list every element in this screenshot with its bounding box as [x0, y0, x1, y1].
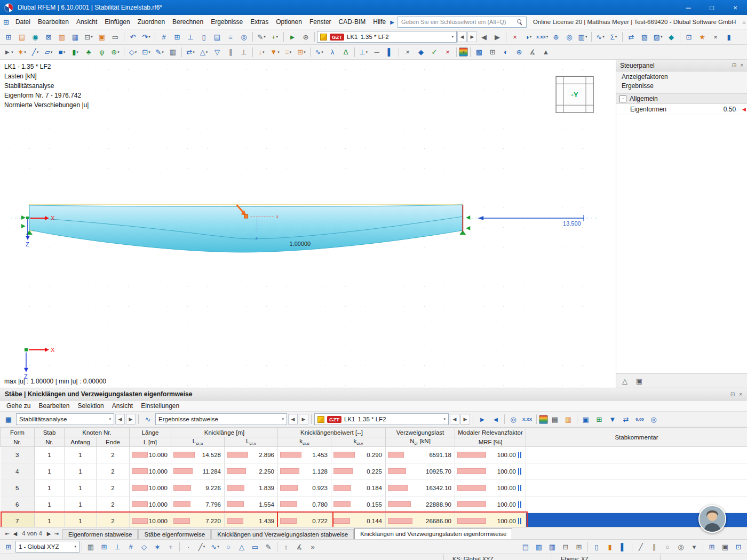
- cell-anfang[interactable]: 1: [65, 513, 97, 527]
- search-input[interactable]: Geben Sie ein Schlüsselwort ein (Alt+Q): [398, 17, 527, 28]
- align-parallel-icon[interactable]: ∥: [224, 46, 237, 59]
- panel-link-results[interactable]: Ergebnisse: [616, 81, 747, 90]
- search-go-icon[interactable]: ▶: [390, 19, 394, 25]
- cell-mrf[interactable]: 100.00: [455, 480, 526, 497]
- cell-form[interactable]: 5: [1, 480, 35, 497]
- table-tab-3[interactable]: Knicklängen und Verzweigungslasten eigen…: [354, 528, 512, 539]
- new-member-icon[interactable]: ▮▾: [69, 46, 82, 59]
- cell-stabkommentar[interactable]: [526, 447, 747, 463]
- grid-settings-icon[interactable]: ⊞: [705, 540, 718, 553]
- col-stab[interactable]: Stab: [35, 428, 65, 437]
- table-row-form-5[interactable]: 511210.0009.2261.8390.9230.18416342.1010…: [1, 480, 747, 497]
- col-kcru[interactable]: kcr,u: [278, 437, 331, 447]
- col-ende[interactable]: Ende: [97, 437, 130, 447]
- cell-ncr[interactable]: 10925.70: [386, 463, 455, 480]
- panel-group-general[interactable]: − Allgemein: [616, 93, 747, 104]
- angle-measure-icon[interactable]: ∡: [293, 540, 306, 553]
- cell-mrf[interactable]: 100.00: [455, 513, 526, 527]
- delete-objects-icon[interactable]: ×: [441, 46, 454, 59]
- table-lc-prev-button[interactable]: ◀: [450, 414, 459, 425]
- next-page-icon[interactable]: ▶: [46, 531, 52, 537]
- menu-item-bearbeiten[interactable]: Bearbeiten: [34, 17, 73, 27]
- new-tree-icon[interactable]: ♣: [82, 46, 95, 59]
- col-ncr[interactable]: Ncr [kN]: [386, 437, 455, 447]
- table-menu-ansicht[interactable]: Ansicht: [108, 401, 137, 411]
- result-table[interactable]: FormStabKnoten Nr.LängeKnicklänge [m]Kni…: [0, 427, 747, 527]
- analysis-next-button[interactable]: ▶: [126, 414, 136, 425]
- cell-lcru[interactable]: 7.796: [171, 497, 225, 513]
- panel-float-icon[interactable]: ⊡: [732, 62, 736, 68]
- load-case-combo[interactable]: GZT LK1 1.35 * LF2 ▾: [317, 31, 457, 43]
- sphere-view-icon[interactable]: ○: [661, 540, 674, 553]
- project-navigator-icon[interactable]: ▥: [55, 30, 68, 43]
- cell-lcrv[interactable]: 1.439: [225, 513, 278, 527]
- workspace-icon[interactable]: ▯: [590, 540, 603, 553]
- result-smoothing-icon[interactable]: ∿▾: [594, 30, 607, 43]
- cell-mrf[interactable]: 100.00: [455, 447, 526, 463]
- result-mode-icon[interactable]: ∿: [141, 413, 154, 426]
- solid-display-icon[interactable]: ◆: [665, 30, 678, 43]
- col-mrf-pct[interactable]: MRF [%]: [455, 437, 526, 447]
- view-options-icon[interactable]: ▾: [688, 540, 701, 553]
- coordinate-system-combo[interactable]: 1 - Global XYZ ▾: [15, 541, 80, 553]
- export-html-icon[interactable]: ⊞: [593, 413, 606, 426]
- cell-anfang[interactable]: 1: [65, 463, 97, 480]
- dlubal-online-icon[interactable]: ◉: [29, 30, 42, 43]
- calculation-settings-icon[interactable]: ⊛: [299, 30, 312, 43]
- menu-item-optionen[interactable]: Optionen: [272, 17, 306, 27]
- menu-item-hilfe[interactable]: Hilfe: [369, 17, 390, 27]
- result-mode-combo[interactable]: Ergebnisse stabweise ▾: [155, 413, 287, 425]
- panel-item-eigenforms[interactable]: Eigenformen 0.50 ◀: [616, 104, 747, 115]
- open-model-icon[interactable]: ▤: [15, 30, 28, 43]
- search-icon[interactable]: [517, 19, 523, 25]
- cell-laenge[interactable]: 10.000: [130, 447, 171, 463]
- cell-stab[interactable]: 1: [35, 497, 65, 513]
- cell-stab[interactable]: 1: [35, 513, 65, 527]
- check-model-icon[interactable]: ✓: [428, 46, 441, 59]
- cell-laenge[interactable]: 10.000: [130, 480, 171, 497]
- redo-icon[interactable]: ↷▾: [140, 30, 153, 43]
- col-laenge[interactable]: Länge: [130, 428, 171, 437]
- dimension-icon[interactable]: ⊡▾: [140, 46, 153, 59]
- cell-mrf[interactable]: 100.00: [455, 497, 526, 513]
- move-copy-icon[interactable]: ⇄▾: [184, 46, 197, 59]
- cell-ende[interactable]: 2: [97, 480, 130, 497]
- undo-icon[interactable]: ↶: [126, 30, 139, 43]
- table-panel-header[interactable]: Stäbe | Knicklängen und Verzweigungslast…: [0, 388, 747, 401]
- selected-node[interactable]: [244, 214, 248, 218]
- col-stabkommentar[interactable]: Stabkommentar: [526, 428, 747, 447]
- menu-item-cad-bim[interactable]: CAD-BIM: [335, 17, 370, 27]
- tables-icon[interactable]: ▤: [211, 30, 224, 43]
- cell-form[interactable]: 7: [1, 513, 35, 527]
- cell-mrf[interactable]: 100.00: [455, 463, 526, 480]
- select-pointer-icon[interactable]: ►▾: [2, 46, 15, 59]
- regenerate-icon[interactable]: ⊛: [513, 46, 526, 59]
- new-line-icon[interactable]: ╱▾: [29, 46, 42, 59]
- panel-item-value[interactable]: 0.50: [724, 106, 742, 113]
- split-view-icon[interactable]: ⊟: [559, 540, 572, 553]
- view-3-icon[interactable]: ▦: [546, 540, 559, 553]
- load-case-next-button[interactable]: ▶: [467, 31, 477, 42]
- col-knicklaenge[interactable]: Knicklänge [m]: [171, 428, 278, 437]
- member-load-icon[interactable]: ▼▾: [268, 46, 281, 59]
- app-menu-icon[interactable]: ⊞: [3, 18, 9, 26]
- minimize-button[interactable]: ─: [677, 0, 700, 15]
- line-tool-icon[interactable]: ╱▾: [195, 540, 208, 553]
- result-values-icon[interactable]: X.XX▾: [535, 30, 549, 43]
- rotate-icon[interactable]: △▾: [197, 46, 210, 59]
- new-vegetation-icon[interactable]: ψ: [96, 46, 108, 59]
- mesh-icon[interactable]: ▩: [473, 46, 486, 59]
- guidelines-toggle-icon[interactable]: ◇: [138, 540, 150, 553]
- menu-item-berechnen[interactable]: Berechnen: [169, 17, 207, 27]
- polygon-tool-icon[interactable]: △: [235, 540, 248, 553]
- annotation-icon[interactable]: ✎▾: [153, 46, 166, 59]
- visibility-icon[interactable]: ◎: [237, 30, 250, 43]
- surface-load-icon[interactable]: ≡▾: [282, 46, 295, 59]
- circle-tool-icon[interactable]: ○: [222, 540, 235, 553]
- panel-close-icon[interactable]: ×: [740, 62, 743, 68]
- next-load-case-icon[interactable]: ▶: [491, 30, 504, 43]
- cell-ende[interactable]: 2: [97, 497, 130, 513]
- result-sums-icon[interactable]: Σ▾: [607, 30, 620, 43]
- clipping-box-icon[interactable]: ⊡: [682, 30, 695, 43]
- intersection-icon[interactable]: ×: [401, 46, 414, 59]
